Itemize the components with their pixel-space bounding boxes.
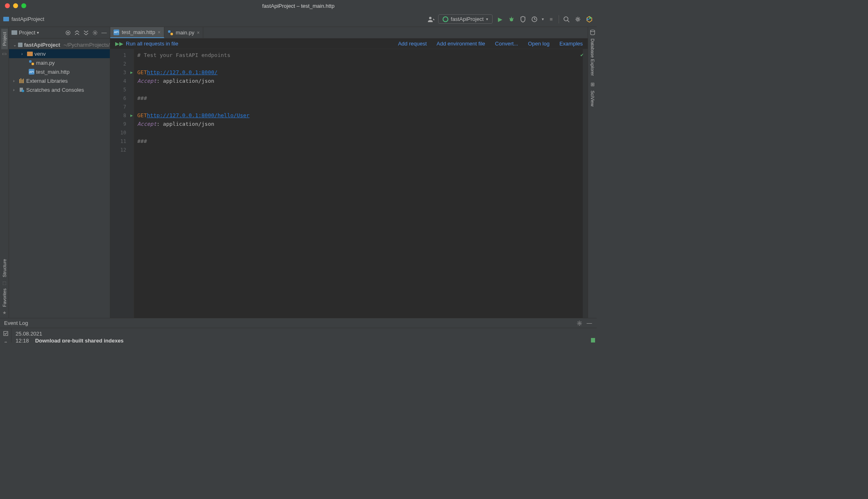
svg-rect-18 [22,79,23,83]
bookmark-icon[interactable]: ▭ [2,51,7,57]
open-log-button[interactable]: Open log [528,41,550,47]
run-all-requests-button[interactable]: ▶▶ Run all requests in file [115,41,178,47]
coverage-button[interactable] [519,15,527,23]
favorites-tool-tab[interactable]: Favorites [1,285,8,310]
event-log-header: Event Log — [0,318,597,328]
structure-icon: ⬚ [2,281,6,285]
gutter[interactable]: 1 2 3▶ 4 5 6 7 8▶ 9 10 11 12 [110,49,134,318]
gear-icon[interactable] [576,320,583,327]
project-tree[interactable]: ⌄ fastApiProject ~/PycharmProjects/ › ve… [9,39,110,318]
svg-line-3 [509,18,510,19]
http-method: GET [137,69,147,75]
main-toolbar: fastApiProject fastApiProject ▾ ▶ ▾ ■ [0,11,597,27]
profile-button[interactable] [530,15,539,23]
request-separator: ### [137,95,147,101]
tree-item-testmain[interactable]: API test_main.http [9,67,110,76]
http-file-icon: API [114,29,119,35]
project-tool-tab[interactable]: Project [1,29,8,49]
svg-point-13 [94,32,96,34]
chevron-down-icon[interactable]: ⌄ [13,43,16,47]
sciview-tab[interactable]: SciView [589,87,596,110]
svg-point-24 [591,30,595,32]
debug-button[interactable] [507,15,516,23]
http-header-value: : application/json [157,78,214,84]
run-configuration-selector[interactable]: fastApiProject ▾ [438,14,493,24]
svg-point-8 [564,17,568,21]
code-comment: # Test your FastAPI endpoints [137,52,230,58]
event-heading: Download pre-built shared indexes [35,338,124,342]
hide-panel-icon[interactable]: — [101,29,107,36]
chevron-down-icon[interactable]: ▾ [37,30,39,35]
tree-root[interactable]: ⌄ fastApiProject ~/PycharmProjects/ [9,40,110,49]
chevron-right-icon[interactable]: › [13,88,17,92]
add-environment-button[interactable]: Add environment file [436,41,485,47]
hide-panel-icon[interactable]: — [586,320,593,327]
run-all-icon: ▶▶ [115,41,123,47]
fastapi-icon [443,16,448,22]
tree-label: Scratches and Consoles [26,87,84,93]
svg-rect-15 [32,63,34,65]
http-header-name: Accept [137,78,157,84]
convert-button[interactable]: Convert... [495,41,518,47]
project-panel-title[interactable]: Project [19,29,35,36]
svg-rect-16 [19,79,20,83]
code-with-me-icon[interactable] [585,15,593,23]
mark-read-icon[interactable] [3,331,9,336]
select-opened-file-icon[interactable] [65,29,71,36]
event-log-panel: Event Log — 25.08.2021 12:18 Download pr… [0,318,597,342]
breadcrumb[interactable]: fastApiProject [3,16,44,22]
user-icon[interactable] [427,16,435,23]
gear-icon[interactable] [92,29,98,36]
expand-all-icon[interactable] [74,29,80,36]
run-button[interactable]: ▶ [496,15,504,23]
maximize-window-button[interactable] [21,3,26,8]
tree-root-path: ~/PycharmProjects/ [64,42,110,48]
run-config-name: fastApiProject [451,16,484,22]
svg-line-9 [568,20,569,22]
run-request-icon[interactable]: ▶ [130,70,133,75]
tree-item-venv[interactable]: › venv [9,49,110,58]
examples-button[interactable]: Examples [559,41,583,47]
close-window-button[interactable] [5,3,10,8]
chevron-down-icon: ▾ [486,17,488,21]
minimize-window-button[interactable] [13,3,18,8]
tree-item-scratches[interactable]: › Scratches and Consoles [9,85,110,94]
scrollbar[interactable] [583,49,588,318]
svg-line-4 [513,18,514,19]
event-log-title: Event Log [4,320,28,326]
svg-point-12 [67,32,69,34]
close-tab-icon[interactable]: × [197,30,200,36]
tree-label: main.py [36,60,55,66]
database-explorer-tab[interactable]: Database Explorer [589,35,596,79]
editor-tab-testmain[interactable]: API test_main.http × [110,27,164,38]
project-icon [3,17,9,21]
structure-tool-tab[interactable]: Structure [1,256,8,281]
project-panel: Project ▾ — ⌄ fastApiProject ~/PycharmPr… [9,27,110,318]
collapse-all-icon[interactable] [83,29,89,36]
code-editor[interactable]: # Test your FastAPI endpoints GET http:/… [134,49,588,318]
settings-icon[interactable] [574,15,582,23]
http-url: http://127.0.0.1:8000/ [147,69,217,75]
event-date: 25.08.2021 [16,331,593,337]
event-time: 12:18 [16,338,34,342]
search-icon[interactable] [562,15,570,23]
http-header-value: : application/json [157,121,214,127]
tree-item-extlibs[interactable]: › External Libraries [9,76,110,85]
run-request-icon[interactable]: ▶ [130,113,133,118]
close-tab-icon[interactable]: × [158,29,161,35]
folder-icon [18,43,23,47]
chevron-down-icon[interactable]: ▾ [542,17,544,21]
library-icon [19,78,25,83]
trash-icon[interactable] [3,341,9,342]
tree-item-mainpy[interactable]: main.py [9,58,110,67]
chevron-right-icon[interactable]: › [21,52,25,56]
editor-content[interactable]: 1 2 3▶ 4 5 6 7 8▶ 9 10 11 12 # Test your… [110,49,588,318]
tree-root-name: fastApiProject [24,42,60,48]
editor-area: API test_main.http × main.py × ▶▶ Run al… [110,27,588,318]
stop-button: ■ [547,15,555,23]
event-log-content[interactable]: 25.08.2021 12:18 Download pre-built shar… [11,328,597,342]
editor-tab-mainpy[interactable]: main.py × [164,27,204,38]
add-request-button[interactable]: Add request [398,41,427,47]
chevron-right-icon[interactable]: › [13,79,17,83]
folder-icon [27,52,33,56]
